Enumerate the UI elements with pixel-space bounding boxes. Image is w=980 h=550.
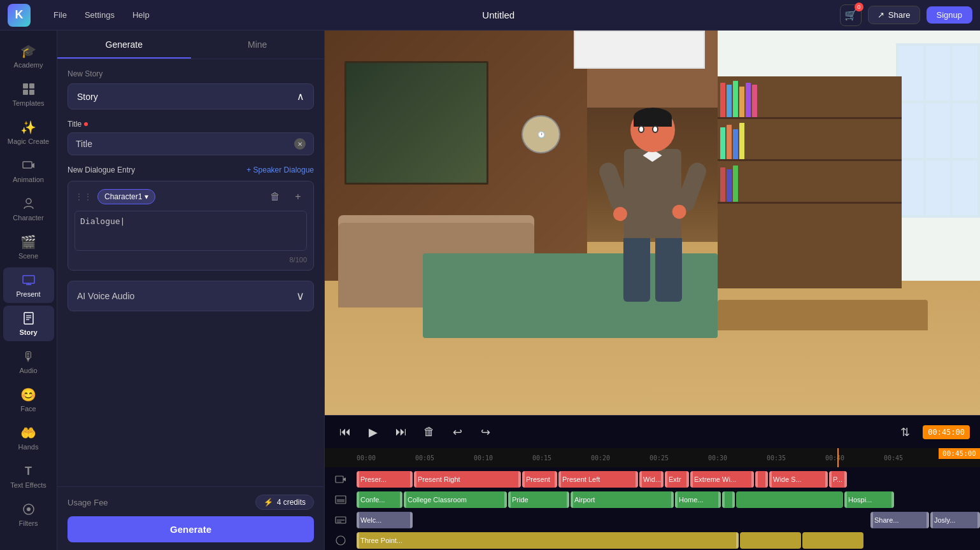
clip-handle-right[interactable]	[891, 491, 894, 508]
clip[interactable]: Home...	[675, 491, 721, 508]
clip-handle-left[interactable]	[829, 471, 832, 488]
clip-handle-left[interactable]	[558, 471, 561, 488]
clip-handle-right[interactable]	[555, 471, 557, 488]
clip[interactable]: Airport	[571, 491, 674, 508]
clip[interactable]	[722, 491, 735, 508]
sidebar-item-scene[interactable]: 🎬 Scene	[3, 229, 54, 265]
file-menu[interactable]: File	[46, 8, 75, 22]
clip-handle-right[interactable]	[518, 471, 521, 488]
clip[interactable]: P...	[829, 471, 847, 488]
sidebar-item-story[interactable]: Story	[3, 306, 54, 341]
clip-handle-left[interactable]	[690, 471, 693, 488]
clip-handle-left[interactable]	[571, 491, 573, 508]
clip-handle-right[interactable]	[636, 471, 638, 488]
clip-handle-left[interactable]	[722, 491, 725, 508]
redo-button[interactable]: ↪	[475, 422, 495, 442]
clip[interactable]: College Classroom	[404, 491, 507, 508]
clip[interactable]	[802, 532, 863, 549]
clip[interactable]: Preser...	[357, 471, 413, 488]
clip[interactable]: Pride	[508, 491, 569, 508]
tab-mine[interactable]: Mine	[191, 31, 325, 59]
clip-handle-left[interactable]	[414, 471, 416, 488]
sidebar-item-filters[interactable]: Filters	[3, 497, 54, 532]
sidebar-item-magic[interactable]: ✨ Magic Create	[3, 115, 54, 150]
clip-handle-right[interactable]	[400, 491, 402, 508]
sidebar-item-hands[interactable]: 🤲 Hands	[3, 420, 54, 456]
clip-handle-left[interactable]	[357, 491, 359, 508]
clip[interactable]: Present	[522, 471, 557, 488]
clip[interactable]: Present Right	[414, 471, 521, 488]
clip[interactable]: Share...	[870, 512, 929, 528]
tab-generate[interactable]: Generate	[57, 31, 191, 59]
clip-handle-right[interactable]	[751, 471, 754, 488]
clip-handle-right[interactable]	[504, 491, 507, 508]
sidebar-item-face[interactable]: 😊 Face	[3, 382, 54, 418]
clip-handle-left[interactable]	[508, 491, 511, 508]
clip[interactable]: Extr	[665, 471, 689, 488]
sidebar-item-audio[interactable]: 🎙 Audio	[3, 344, 54, 379]
clip-handle-right[interactable]	[718, 491, 721, 508]
clip-handle-right[interactable]	[736, 532, 739, 549]
sidebar-item-academy[interactable]: 🎓 Academy	[3, 38, 54, 74]
clip-handle-left[interactable]	[769, 471, 772, 488]
clip[interactable]: Present Left	[558, 471, 638, 488]
clip[interactable]: Wid...	[639, 471, 664, 488]
clip-handle-left[interactable]	[357, 471, 359, 488]
delete-button[interactable]: 🗑	[419, 422, 439, 442]
generate-button[interactable]: Generate	[67, 516, 314, 542]
title-input[interactable]	[76, 139, 294, 149]
dialogue-textarea[interactable]: Dialogue|	[75, 211, 307, 251]
character-selector[interactable]: Character1 ▾	[97, 189, 155, 204]
clip-handle-right[interactable]	[765, 471, 768, 488]
sidebar-item-animation[interactable]: Animation	[3, 153, 54, 188]
clip[interactable]: Josly...	[930, 512, 980, 528]
drag-handle-icon[interactable]: ⋮⋮	[75, 192, 92, 202]
clip-handle-right[interactable]	[661, 471, 664, 488]
clip[interactable]: Extreme Wi...	[690, 471, 754, 488]
clip-handle-right[interactable]	[567, 491, 569, 508]
clip[interactable]: Wide S...	[769, 471, 828, 488]
sidebar-item-present[interactable]: Present	[3, 267, 54, 303]
sidebar-item-templates[interactable]: Templates	[3, 76, 54, 112]
ai-voice-dropdown[interactable]: AI Voice Audio ∨	[67, 281, 314, 311]
clip-handle-left[interactable]	[639, 471, 642, 488]
clip-handle-right[interactable]	[410, 512, 413, 528]
clip-handle-left[interactable]	[357, 532, 359, 549]
clip-handle-right[interactable]	[732, 491, 735, 508]
settings-menu[interactable]: Settings	[77, 8, 122, 22]
clip-handle-right[interactable]	[927, 512, 929, 528]
sidebar-item-texteffects[interactable]: T Text Effects	[3, 458, 54, 494]
clip[interactable]: Hospi...	[844, 491, 894, 508]
clip[interactable]	[740, 532, 801, 549]
clip-handle-left[interactable]	[675, 491, 678, 508]
clip-handle-left[interactable]	[522, 471, 525, 488]
skip-to-end-button[interactable]: ⏭	[391, 422, 411, 442]
zoom-in-out-button[interactable]: ⇅	[895, 422, 915, 442]
clip-handle-left[interactable]	[404, 491, 406, 508]
clip-handle-left[interactable]	[930, 512, 933, 528]
undo-button[interactable]: ↩	[447, 422, 467, 442]
share-button[interactable]: ↗ Share	[868, 6, 920, 24]
signup-button[interactable]: Signup	[927, 6, 972, 24]
delete-entry-button[interactable]: 🗑	[266, 188, 284, 206]
clip-handle-right[interactable]	[977, 512, 980, 528]
skip-to-start-button[interactable]: ⏮	[335, 422, 355, 442]
clip[interactable]	[736, 491, 843, 508]
sidebar-item-character[interactable]: Character	[3, 191, 54, 227]
play-button[interactable]: ▶	[363, 422, 383, 442]
clip-handle-left[interactable]	[870, 512, 873, 528]
add-entry-button[interactable]: +	[289, 188, 307, 206]
clip-handle-right[interactable]	[671, 491, 674, 508]
clear-title-button[interactable]: ✕	[294, 138, 306, 150]
clip-handle-left[interactable]	[665, 471, 667, 488]
clip[interactable]: Three Point...	[357, 532, 739, 549]
clip-handle-left[interactable]	[357, 512, 359, 528]
clip-handle-right[interactable]	[825, 471, 828, 488]
clip-handle-right[interactable]	[686, 471, 689, 488]
cart-button[interactable]: 🛒 0	[840, 4, 862, 26]
clip-handle-right[interactable]	[410, 471, 413, 488]
clip[interactable]: Welc...	[357, 512, 413, 528]
clip[interactable]	[755, 471, 768, 488]
clip-handle-left[interactable]	[844, 491, 847, 508]
add-speaker-dialogue-button[interactable]: + Speaker Dialogue	[246, 166, 314, 174]
